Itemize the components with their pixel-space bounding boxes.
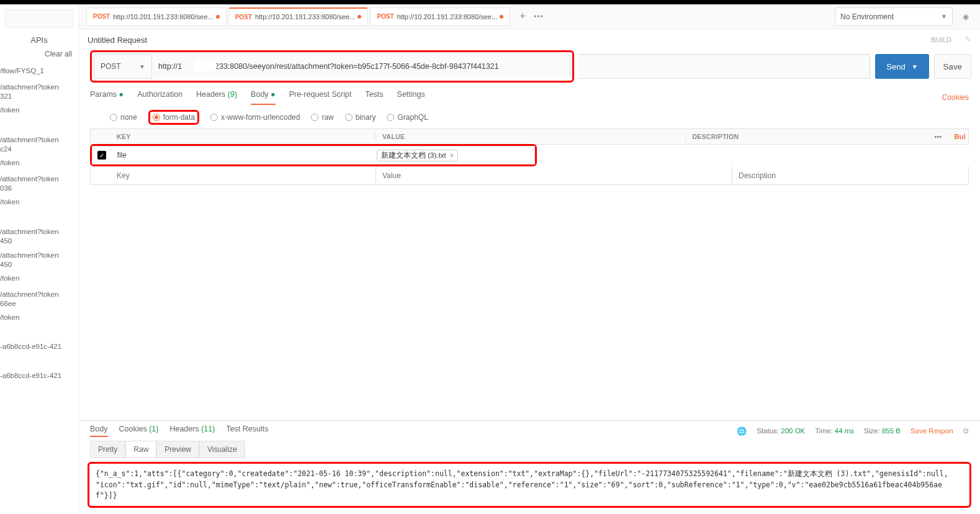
time-value: 44 ms bbox=[835, 427, 854, 435]
cookies-link[interactable]: Cookies bbox=[942, 93, 969, 102]
sidebar-item[interactable]: /token bbox=[0, 194, 78, 210]
new-tab-button[interactable]: + bbox=[515, 9, 531, 25]
table-row-file: ✓ file 新建文本文档 (3).txt × bbox=[92, 146, 535, 165]
tab-headers[interactable]: Headers (9) bbox=[196, 90, 237, 105]
tab-method: POST bbox=[235, 14, 252, 20]
request-tab-active[interactable]: POST http://10.201.191.233:8080/see... bbox=[228, 7, 369, 26]
copy-icon[interactable]: ⧉ bbox=[963, 427, 969, 435]
sidebar-history-list: /flow/FYSQ_1 /attachment?token 321 /toke… bbox=[0, 63, 78, 514]
save-button[interactable]: Save bbox=[934, 54, 971, 79]
table-header-row: KEY VALUE DESCRIPTION ••• Bul bbox=[90, 128, 969, 145]
sidebar-item[interactable]: /attachment?token 66ee bbox=[0, 286, 78, 310]
response-body-highlight: {"n_a_s":1,"atts":[{"category":0,"create… bbox=[88, 462, 971, 508]
view-raw[interactable]: Raw bbox=[125, 441, 156, 458]
sidebar-item[interactable]: /attachment?token 036 bbox=[0, 171, 78, 194]
resp-tab-cookies[interactable]: Cookies (1) bbox=[119, 425, 159, 437]
environment-quicklook-icon[interactable]: ◉ bbox=[958, 9, 974, 25]
request-title-row: Untitled Request BUILD ✎ bbox=[79, 29, 980, 50]
resp-tab-test-results[interactable]: Test Results bbox=[226, 425, 268, 437]
file-chip[interactable]: 新建文本文档 (3).txt × bbox=[377, 150, 458, 161]
request-subtabs: Params ● Authorization Headers (9) Body … bbox=[79, 83, 980, 105]
method-dropdown[interactable]: POST ▼ bbox=[94, 62, 151, 71]
sidebar-item[interactable]: /token bbox=[0, 155, 78, 171]
sidebar-apis-title: APIs bbox=[0, 33, 78, 47]
tab-label: http://10.201.191.233:8080/see... bbox=[397, 13, 497, 20]
main-layout: APIs Clear all /flow/FYSQ_1 /attachment?… bbox=[0, 4, 980, 514]
response-body-text[interactable]: {"n_a_s":1,"atts":[{"category":0,"create… bbox=[96, 469, 963, 501]
sidebar-search-box[interactable] bbox=[5, 9, 73, 28]
row-checkbox[interactable]: ✓ bbox=[92, 151, 111, 160]
response-panel: Body Cookies (1) Headers (11) Test Resul… bbox=[79, 420, 980, 514]
tab-label: http://10.201.191.233:8080/see... bbox=[113, 13, 213, 20]
method-label: POST bbox=[101, 62, 121, 71]
response-view-tabs: Pretty Raw Preview Visualize bbox=[79, 441, 980, 458]
save-response-link[interactable]: Save Respon bbox=[910, 427, 953, 435]
header-key: KEY bbox=[110, 133, 376, 140]
sidebar-item[interactable]: /token bbox=[0, 310, 78, 325]
unsaved-dot-icon bbox=[500, 15, 503, 19]
chevron-down-icon: ▼ bbox=[941, 13, 947, 20]
header-more-icon[interactable]: ••• bbox=[922, 133, 954, 140]
sidebar-item[interactable]: /flow/FYSQ_1 bbox=[0, 63, 78, 79]
sidebar: APIs Clear all /flow/FYSQ_1 /attachment?… bbox=[0, 4, 79, 514]
remove-file-icon[interactable]: × bbox=[450, 151, 454, 159]
content-area: POST http://10.201.191.233:8080/see... P… bbox=[79, 4, 980, 514]
environment-area: No Environment ▼ ◉ bbox=[835, 7, 974, 26]
radio-binary[interactable]: binary bbox=[345, 113, 376, 122]
bulk-edit-link[interactable]: Bul bbox=[954, 133, 968, 140]
radio-raw[interactable]: raw bbox=[311, 113, 333, 122]
tab-label: http://10.201.191.233:8080/see... bbox=[255, 13, 355, 20]
window-topbar bbox=[0, 0, 980, 4]
placeholder-desc-input[interactable] bbox=[739, 171, 962, 180]
request-tabs-row: POST http://10.201.191.233:8080/see... P… bbox=[79, 4, 980, 29]
edit-icon[interactable]: ✎ bbox=[965, 35, 971, 44]
radio-urlencoded[interactable]: x-www-form-urlencoded bbox=[210, 113, 300, 122]
resp-tab-headers[interactable]: Headers (11) bbox=[169, 425, 215, 437]
tab-prerequest-script[interactable]: Pre-request Script bbox=[289, 90, 352, 105]
resp-tab-body[interactable]: Body bbox=[90, 425, 108, 437]
more-tabs-button[interactable]: ••• bbox=[531, 9, 547, 25]
tab-tests[interactable]: Tests bbox=[365, 90, 383, 105]
radio-none[interactable]: none bbox=[110, 113, 137, 122]
placeholder-value-input[interactable] bbox=[382, 171, 726, 180]
radio-graphql[interactable]: GraphQL bbox=[387, 113, 428, 122]
chevron-down-icon: ▼ bbox=[139, 63, 145, 70]
response-meta: 🌐 Status: 200 OK Time: 44 ms Size: 855 B… bbox=[737, 426, 969, 436]
sidebar-item[interactable]: -a6b8ccd-e91c-421 bbox=[0, 368, 78, 384]
send-button[interactable]: Send ▼ bbox=[875, 54, 928, 79]
row-value[interactable]: 新建文本文档 (3).txt × bbox=[373, 150, 534, 161]
sidebar-item[interactable]: /attachment?token 321 bbox=[0, 79, 78, 102]
tab-method: POST bbox=[93, 13, 110, 20]
view-preview[interactable]: Preview bbox=[156, 441, 199, 458]
tab-params[interactable]: Params ● bbox=[90, 90, 124, 105]
view-pretty[interactable]: Pretty bbox=[90, 441, 125, 458]
request-tab[interactable]: POST http://10.201.191.233:8080/see... bbox=[370, 7, 510, 26]
unsaved-dot-icon bbox=[216, 15, 220, 19]
radio-form-data[interactable]: form-data bbox=[153, 113, 195, 122]
sidebar-item[interactable]: /token bbox=[0, 102, 78, 118]
network-icon[interactable]: 🌐 bbox=[737, 426, 747, 436]
clear-all-link[interactable]: Clear all bbox=[0, 47, 78, 63]
url-row: POST ▼ Send ▼ Save bbox=[79, 50, 980, 83]
sidebar-item[interactable]: /attachment?token c24 bbox=[0, 132, 78, 155]
tab-settings[interactable]: Settings bbox=[397, 90, 425, 105]
sidebar-item[interactable]: -a6b8ccd-e91c-421 bbox=[0, 339, 78, 354]
environment-selector[interactable]: No Environment ▼ bbox=[835, 7, 953, 26]
unsaved-dot-icon bbox=[357, 15, 361, 19]
form-data-table: KEY VALUE DESCRIPTION ••• Bul ✓ file 新建文… bbox=[79, 128, 980, 185]
request-tab[interactable]: POST http://10.201.191.233:8080/see... bbox=[86, 7, 227, 26]
params-dot: ● bbox=[119, 90, 124, 99]
view-visualize[interactable]: Visualize bbox=[199, 441, 245, 458]
row-key[interactable]: file bbox=[111, 151, 373, 160]
build-label[interactable]: BUILD bbox=[932, 36, 951, 43]
sidebar-item[interactable]: /attachment?token 450 bbox=[0, 247, 78, 271]
file-chip-name: 新建文本文档 (3).txt bbox=[381, 151, 446, 160]
tab-authorization[interactable]: Authorization bbox=[137, 90, 182, 105]
url-input-extension[interactable] bbox=[579, 54, 870, 79]
size-value: 855 B bbox=[882, 427, 901, 435]
sidebar-item[interactable]: /token bbox=[0, 271, 78, 286]
placeholder-key-input[interactable] bbox=[117, 171, 369, 180]
tab-method: POST bbox=[377, 13, 393, 20]
sidebar-item[interactable]: /attachment?token 450 bbox=[0, 223, 78, 247]
tab-body[interactable]: Body ● bbox=[251, 90, 276, 105]
